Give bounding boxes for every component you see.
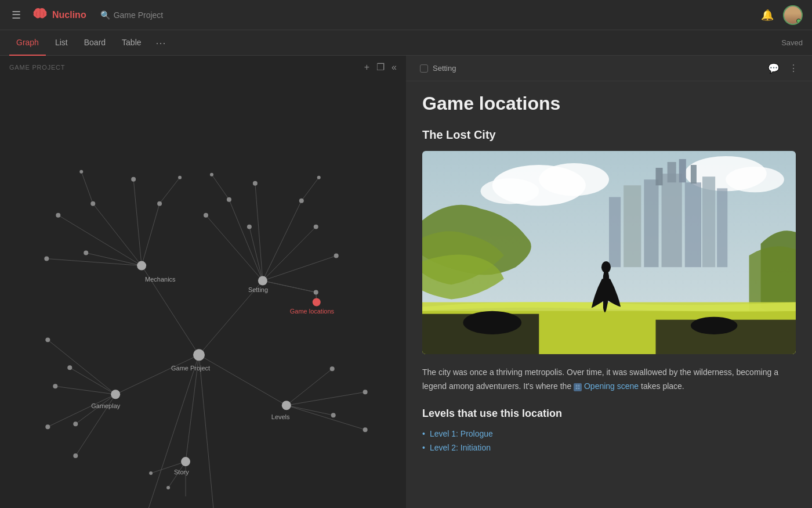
content-body: Game locations The Lost City [406, 81, 812, 478]
content-panel: Setting 💬 ⋮ Game locations The Lost City [406, 56, 812, 508]
graph-header: GAME PROJECT + ❐ « [0, 56, 406, 78]
tab-list[interactable]: List [48, 30, 75, 56]
game-project-label: Game Project [171, 365, 210, 372]
node-s5[interactable] [253, 181, 258, 186]
menu-icon[interactable]: ☰ [9, 6, 23, 24]
svg-line-20 [229, 200, 263, 281]
svg-point-45 [481, 178, 539, 204]
svg-line-25 [48, 340, 115, 394]
svg-line-31 [287, 392, 365, 405]
node-m1[interactable] [90, 201, 95, 206]
story-node[interactable] [181, 457, 190, 466]
svg-line-28 [48, 394, 115, 427]
level1-link[interactable]: Level 1: Prologue [430, 429, 493, 438]
node-g4[interactable] [73, 421, 78, 426]
node-s9[interactable] [317, 176, 321, 179]
svg-point-64 [691, 317, 738, 334]
node-l2[interactable] [363, 390, 368, 394]
tab-more-icon[interactable]: ⋯ [151, 37, 171, 49]
svg-point-44 [539, 163, 609, 196]
mechanics-node[interactable] [137, 261, 146, 271]
node-s6[interactable] [227, 197, 231, 202]
node-m6[interactable] [44, 257, 49, 261]
node-s10[interactable] [314, 290, 318, 294]
node-l1[interactable] [330, 366, 335, 371]
tab-board[interactable]: Board [77, 30, 113, 56]
svg-rect-53 [702, 176, 715, 267]
setting-node[interactable] [258, 276, 267, 286]
main-layout: GAME PROJECT + ❐ « [0, 56, 812, 508]
logo-area[interactable]: Nuclino [32, 7, 86, 23]
node-s1[interactable] [334, 254, 339, 258]
node-s7[interactable] [204, 213, 208, 218]
node-g6[interactable] [73, 453, 78, 458]
svg-line-3 [115, 355, 199, 394]
node-st2[interactable] [149, 471, 153, 475]
node-g5[interactable] [45, 424, 50, 429]
node-s3[interactable] [247, 225, 252, 229]
svg-rect-56 [668, 162, 676, 182]
node-s8[interactable] [210, 173, 213, 176]
node-st1[interactable] [166, 486, 170, 489]
svg-line-33 [287, 405, 365, 430]
lost-city-image [422, 151, 796, 354]
svg-line-38 [160, 178, 180, 204]
node-m5[interactable] [84, 251, 88, 255]
node-m2[interactable] [131, 177, 136, 182]
game-locations-label: Game locations [290, 308, 335, 315]
opening-scene-link[interactable]: Opening scene [584, 380, 639, 394]
svg-line-4 [199, 355, 287, 405]
game-project-node[interactable] [193, 349, 205, 361]
doc-title: Game locations [422, 93, 796, 114]
collapse-button[interactable]: « [392, 62, 397, 73]
svg-line-10 [142, 204, 160, 266]
node-m7[interactable] [79, 170, 83, 174]
avatar[interactable] [783, 5, 803, 25]
tab-table[interactable]: Table [115, 30, 148, 56]
svg-line-16 [263, 227, 316, 281]
notification-icon[interactable]: 🔔 [761, 9, 774, 21]
node-s4[interactable] [299, 199, 304, 203]
graph-project-label: GAME PROJECT [9, 64, 65, 71]
svg-rect-57 [679, 159, 686, 182]
more-options-icon[interactable]: ⋮ [789, 63, 798, 74]
svg-line-39 [212, 175, 229, 200]
graph-panel: GAME PROJECT + ❐ « [0, 56, 406, 508]
game-locations-node[interactable] [313, 298, 321, 306]
tabbar: Graph List Board Table ⋯ Saved [0, 30, 812, 56]
svg-rect-54 [717, 188, 727, 267]
expand-button[interactable]: ❐ [376, 62, 385, 73]
breadcrumb-label: Setting [433, 64, 456, 73]
graph-actions: + ❐ « [364, 62, 397, 73]
add-node-button[interactable]: + [364, 62, 369, 73]
gameplay-node[interactable] [111, 390, 120, 399]
graph-canvas: Mechanics Setting Game Project Gameplay … [0, 56, 406, 508]
list-item-level1: Level 1: Prologue [422, 427, 796, 441]
search-area[interactable]: 🔍 Game Project [100, 10, 164, 20]
node-g1[interactable] [67, 365, 72, 370]
svg-point-63 [463, 311, 521, 334]
svg-line-21 [206, 215, 263, 281]
levels-node[interactable] [282, 401, 291, 410]
setting-checkbox[interactable] [420, 64, 428, 73]
svg-line-7 [199, 355, 215, 508]
svg-line-9 [133, 179, 142, 266]
node-m3[interactable] [157, 201, 162, 206]
node-g3[interactable] [53, 384, 57, 388]
node-l3[interactable] [331, 413, 336, 417]
svg-rect-52 [685, 182, 701, 267]
topbar: ☰ Nuclino 🔍 Game Project 🔔 [0, 0, 812, 30]
tab-graph[interactable]: Graph [9, 30, 46, 56]
brain-icon [32, 7, 48, 23]
logo-text: Nuclino [52, 10, 86, 20]
node-l4[interactable] [363, 427, 368, 432]
node-g2[interactable] [45, 337, 50, 342]
node-m4[interactable] [56, 213, 60, 218]
svg-line-15 [263, 256, 336, 281]
level2-link[interactable]: Level 2: Initiation [430, 443, 491, 452]
topbar-right: 🔔 [761, 5, 803, 25]
node-m8[interactable] [178, 176, 182, 179]
content-header-actions: 💬 ⋮ [768, 63, 798, 74]
comment-icon[interactable]: 💬 [768, 63, 780, 74]
node-s2[interactable] [314, 225, 318, 229]
